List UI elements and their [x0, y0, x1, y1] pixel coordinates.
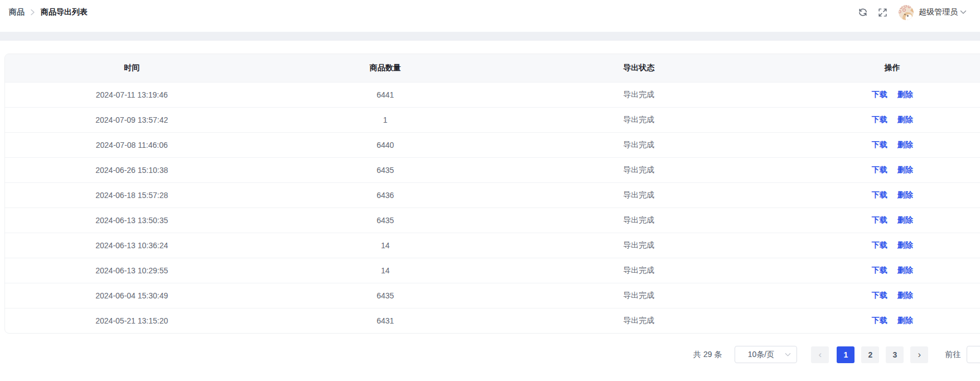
cell-status: 导出完成 — [512, 115, 766, 125]
chevron-down-icon[interactable] — [960, 10, 967, 15]
page-button[interactable]: 3 — [886, 346, 904, 363]
download-link[interactable]: 下载 — [872, 291, 887, 300]
page-size-value: 10条/页 — [748, 350, 774, 360]
goto-page-input[interactable] — [967, 346, 980, 363]
header-cell-status: 导出状态 — [512, 63, 766, 73]
topbar: 商品 商品导出列表 — [0, 0, 980, 25]
cell-time: 2024-06-26 15:10:38 — [5, 166, 259, 175]
download-link[interactable]: 下载 — [872, 190, 887, 199]
cell-actions: 下载 删除 — [766, 215, 980, 225]
download-link[interactable]: 下载 — [872, 215, 887, 224]
cell-status: 导出完成 — [512, 291, 766, 301]
cell-quantity: 6436 — [259, 191, 513, 200]
table-row: 2024-06-13 10:36:24 14 导出完成 下载 删除 — [5, 233, 980, 258]
cell-quantity: 6435 — [259, 166, 513, 175]
download-link[interactable]: 下载 — [872, 165, 887, 174]
pagination: 共 29 条 10条/页 ‹ 1 2 3 › 前往 — [693, 346, 980, 363]
cell-status: 导出完成 — [512, 240, 766, 250]
table-row: 2024-06-13 10:29:55 14 导出完成 下载 删除 — [5, 258, 980, 283]
main-content: 时间 商品数量 导出状态 操作 2024-07-11 13:19:46 6441… — [0, 41, 980, 381]
cell-quantity: 14 — [259, 241, 513, 250]
pagination-total: 共 29 条 — [693, 350, 722, 360]
background-strip — [0, 32, 980, 41]
cell-time: 2024-06-18 15:57:28 — [5, 191, 259, 200]
delete-link[interactable]: 删除 — [897, 115, 913, 124]
cell-actions: 下载 删除 — [766, 190, 980, 200]
table-row: 2024-06-26 15:10:38 6435 导出完成 下载 删除 — [5, 157, 980, 182]
download-link[interactable]: 下载 — [872, 140, 887, 149]
delete-link[interactable]: 删除 — [897, 266, 913, 274]
delete-link[interactable]: 删除 — [897, 90, 913, 99]
delete-link[interactable]: 删除 — [897, 165, 913, 174]
download-link[interactable]: 下载 — [872, 266, 887, 274]
cell-time: 2024-06-13 10:29:55 — [5, 266, 259, 275]
cell-time: 2024-06-04 15:30:49 — [5, 291, 259, 300]
breadcrumb-item-export-list: 商品导出列表 — [41, 7, 88, 17]
download-link[interactable]: 下载 — [872, 90, 887, 99]
topbar-actions: 超级管理员 — [858, 5, 967, 20]
download-link[interactable]: 下载 — [872, 115, 887, 124]
cell-actions: 下载 删除 — [766, 140, 980, 150]
table-header: 时间 商品数量 导出状态 操作 — [5, 54, 980, 82]
table-row: 2024-07-09 13:57:42 1 导出完成 下载 删除 — [5, 107, 980, 132]
cell-status: 导出完成 — [512, 165, 766, 175]
username[interactable]: 超级管理员 — [919, 7, 958, 17]
cell-actions: 下载 删除 — [766, 165, 980, 175]
table-row: 2024-06-13 13:50:35 6435 导出完成 下载 删除 — [5, 208, 980, 233]
cell-quantity: 6441 — [259, 90, 513, 99]
goto-label: 前往 — [945, 350, 960, 360]
avatar[interactable] — [899, 5, 914, 20]
fullscreen-expand-icon[interactable] — [878, 8, 887, 17]
breadcrumb-item-products[interactable]: 商品 — [9, 7, 25, 17]
cell-quantity: 6440 — [259, 141, 513, 149]
header-cell-time: 时间 — [5, 63, 259, 73]
header-cell-actions: 操作 — [766, 63, 980, 73]
download-link[interactable]: 下载 — [872, 316, 887, 325]
cell-time: 2024-07-08 11:46:06 — [5, 141, 259, 149]
cell-time: 2024-05-21 13:15:20 — [5, 316, 259, 325]
delete-link[interactable]: 删除 — [897, 291, 913, 300]
table-body: 2024-07-11 13:19:46 6441 导出完成 下载 删除 2024… — [5, 82, 980, 333]
cell-actions: 下载 删除 — [766, 115, 980, 125]
cell-actions: 下载 删除 — [766, 240, 980, 250]
cell-quantity: 6435 — [259, 291, 513, 300]
chevron-down-icon — [785, 353, 791, 357]
cell-status: 导出完成 — [512, 316, 766, 326]
cell-status: 导出完成 — [512, 140, 766, 150]
page-size-select[interactable]: 10条/页 — [735, 346, 797, 363]
cell-actions: 下载 删除 — [766, 266, 980, 276]
page-buttons: 1 2 3 — [837, 346, 904, 363]
export-table-card: 时间 商品数量 导出状态 操作 2024-07-11 13:19:46 6441… — [4, 54, 980, 334]
page-button[interactable]: 2 — [861, 346, 879, 363]
cell-actions: 下载 删除 — [766, 90, 980, 100]
header-cell-quantity: 商品数量 — [259, 63, 513, 73]
cell-quantity: 1 — [259, 115, 513, 124]
delete-link[interactable]: 删除 — [897, 140, 913, 149]
delete-link[interactable]: 删除 — [897, 190, 913, 199]
cell-status: 导出完成 — [512, 190, 766, 200]
cell-status: 导出完成 — [512, 266, 766, 276]
breadcrumb-separator-icon — [30, 9, 35, 16]
table-row: 2024-07-08 11:46:06 6440 导出完成 下载 删除 — [5, 132, 980, 157]
header-gap — [0, 25, 980, 32]
refresh-icon[interactable] — [858, 7, 868, 17]
cell-time: 2024-07-11 13:19:46 — [5, 90, 259, 99]
table-row: 2024-06-18 15:57:28 6436 导出完成 下载 删除 — [5, 182, 980, 208]
cell-time: 2024-06-13 10:36:24 — [5, 241, 259, 250]
delete-link[interactable]: 删除 — [897, 215, 913, 224]
cell-quantity: 6435 — [259, 216, 513, 225]
table-row: 2024-05-21 13:15:20 6431 导出完成 下载 删除 — [5, 308, 980, 333]
cell-actions: 下载 删除 — [766, 316, 980, 326]
download-link[interactable]: 下载 — [872, 240, 887, 249]
cell-quantity: 6431 — [259, 316, 513, 325]
cell-quantity: 14 — [259, 266, 513, 275]
breadcrumb: 商品 商品导出列表 — [9, 7, 88, 17]
cell-actions: 下载 删除 — [766, 291, 980, 301]
delete-link[interactable]: 删除 — [897, 316, 913, 325]
delete-link[interactable]: 删除 — [897, 240, 913, 249]
table-row: 2024-06-04 15:30:49 6435 导出完成 下载 删除 — [5, 283, 980, 308]
page-button[interactable]: 1 — [837, 346, 855, 363]
cell-status: 导出完成 — [512, 90, 766, 100]
next-page-button[interactable]: › — [910, 346, 928, 363]
prev-page-button[interactable]: ‹ — [811, 346, 829, 363]
